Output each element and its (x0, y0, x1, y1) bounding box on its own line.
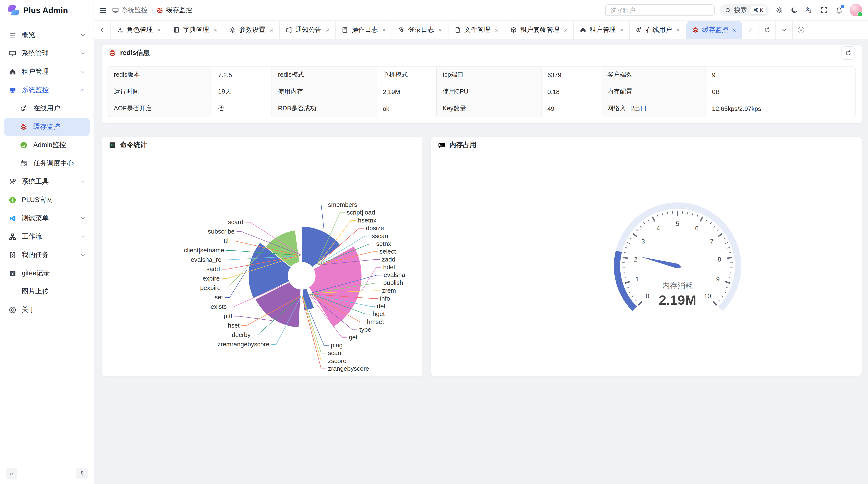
yen-icon-icon: ¥ (9, 269, 17, 277)
sidebar-item-label: 租户管理 (22, 67, 80, 76)
close-icon[interactable]: × (733, 26, 736, 33)
sidebar-item-task-scheduling-center[interactable]: 任务调度中心 (4, 154, 90, 172)
sidebar-item-online-users[interactable]: 在线用户 (4, 99, 90, 118)
redis-icon (108, 49, 116, 57)
home-icon-icon (9, 68, 17, 76)
sidebar-item-label: 关于 (22, 305, 86, 314)
gauge-tick (721, 296, 723, 297)
sidebar-item-admin-monitoring[interactable]: Admin监控 (4, 136, 90, 154)
rose-label-select: select (379, 248, 396, 255)
memory-gauge-chart[interactable]: 012345678910内存消耗2.19M (431, 153, 862, 377)
global-search[interactable]: 搜索 ⌘ K (719, 4, 769, 16)
tab-login-log[interactable]: 登录日志 × (392, 21, 448, 39)
tab-label: 操作日志 (352, 26, 378, 34)
sidebar-item-cache-monitoring[interactable]: 缓存监控 (4, 118, 90, 136)
rose-slice-scard[interactable] (301, 257, 302, 262)
tab-maximize-button[interactable] (792, 21, 809, 39)
sidebar-item-my-tasks[interactable]: 我的任务 (4, 246, 90, 264)
tab-role-management[interactable]: 角色管理 × (111, 21, 167, 39)
clipboard-icon-icon (9, 251, 17, 259)
sidebar-item-system-management[interactable]: 系统管理 (4, 44, 90, 63)
close-icon[interactable]: × (676, 26, 680, 33)
close-icon[interactable]: × (326, 26, 330, 33)
sidebar-item-gitee-records[interactable]: ¥ gitee记录 (4, 264, 90, 283)
tab-notice-announcement[interactable]: 通知公告 × (280, 21, 336, 39)
tab-param-settings[interactable]: 参数设置 × (223, 21, 279, 39)
gauge-tick (640, 226, 641, 228)
redis-info-title: redis信息 (120, 49, 838, 57)
monitor-icon (112, 6, 119, 14)
gauge-tick-label: 3 (641, 238, 645, 245)
fullscreen-toggle-button[interactable] (818, 4, 830, 16)
tab-tenant-package-management[interactable]: 租户套餐管理 × (504, 21, 574, 39)
tabs-scroll-left-button[interactable] (94, 21, 111, 39)
sidebar-item-label: 我的任务 (22, 251, 80, 259)
tabs-more-button[interactable] (775, 21, 792, 39)
sidebar-collapse-button[interactable]: « (6, 467, 18, 479)
close-icon[interactable]: × (382, 26, 386, 33)
tab-operation-log[interactable]: 操作日志 × (336, 21, 392, 39)
memory-usage-card: 内存占用 012345678910内存消耗2.19M (431, 136, 862, 377)
sidebar-item-test-menu[interactable]: 测试菜单 (4, 209, 90, 228)
sidebar-item-workflow[interactable]: 工作流 (4, 228, 90, 246)
gauge-tick (667, 212, 668, 214)
gauge-tick (644, 222, 645, 224)
tab-label: 角色管理 (127, 26, 153, 34)
menu-toggle-button[interactable] (99, 6, 107, 14)
rose-label-scard: scard (228, 218, 244, 226)
info-value: 12.65kps/2.97kps (706, 100, 856, 117)
rose-label-sscan: sscan (372, 232, 388, 239)
rose-label-info: info (380, 295, 390, 302)
close-icon[interactable]: × (438, 26, 442, 33)
rose-label-setnx: setnx (376, 240, 391, 247)
close-icon[interactable]: × (495, 26, 498, 33)
command-stats-rose-chart[interactable]: smembersscript|loadhsetnxdbsizesscansetn… (102, 153, 423, 377)
settings-button[interactable] (774, 4, 785, 16)
sidebar-item-system-tools[interactable]: 系统工具 (4, 172, 90, 191)
avatar[interactable] (850, 4, 862, 17)
tab-cache-monitoring[interactable]: 缓存监控 × (686, 21, 742, 39)
ram-icon (438, 141, 445, 149)
close-icon[interactable]: × (620, 26, 624, 33)
sidebar-item-plus-website[interactable]: PLUS官网 (4, 191, 90, 209)
close-icon[interactable]: × (213, 26, 217, 33)
close-icon[interactable]: × (270, 26, 273, 33)
breadcrumb-item[interactable]: 缓存监控 (156, 6, 192, 14)
sidebar-item-tenant-management[interactable]: 租户管理 (4, 63, 90, 81)
timer-icon (636, 27, 643, 33)
tab-dict-management[interactable]: 字典管理 × (167, 21, 223, 39)
notifications-button[interactable] (833, 4, 845, 16)
info-label: 内存配置 (601, 84, 707, 100)
language-toggle-button[interactable]: 文A (803, 4, 815, 16)
theme-toggle-button[interactable] (788, 4, 800, 16)
tab-file-management[interactable]: 文件管理 × (448, 21, 504, 39)
tab-online-users[interactable]: 在线用户 × (630, 21, 686, 39)
gauge-progress (617, 251, 635, 309)
rose-label-pexpire: pexpire (200, 284, 221, 291)
tab-tenant-management[interactable]: 租户管理 × (574, 21, 630, 39)
sidebar-item-image-upload[interactable]: 图片上传 (4, 283, 90, 301)
tab-refresh-button[interactable] (758, 21, 775, 39)
close-icon[interactable]: × (564, 26, 567, 33)
rose-label-zadd: zadd (382, 256, 395, 263)
svg-text:C:\: C:\ (111, 144, 115, 146)
sidebar-item-system-monitoring[interactable]: 系统监控 (4, 81, 90, 99)
sidebar-pin-button[interactable] (76, 467, 88, 479)
rose-label-publish: publish (383, 279, 403, 286)
info-label: 客户端数 (601, 66, 707, 84)
chevron-down-icon (80, 32, 86, 38)
sidebar-item-label: gitee记录 (22, 269, 86, 278)
sidebar-item-overview[interactable]: 概览 (4, 26, 90, 44)
gauge-tick-label: 7 (710, 238, 713, 245)
monitor-filled-icon-icon (9, 86, 17, 94)
tenant-select-input[interactable] (605, 4, 714, 16)
info-label: Key数量 (437, 100, 542, 117)
tab-label: 租户套餐管理 (520, 26, 559, 34)
refresh-button[interactable] (841, 46, 855, 60)
close-icon[interactable]: × (157, 26, 161, 33)
tabs-scroll-right-button[interactable] (742, 21, 758, 39)
breadcrumb-item[interactable]: 系统监控 (112, 6, 148, 14)
app-logo[interactable]: Plus Admin (0, 0, 94, 18)
sidebar-item-about[interactable]: 关于 (4, 301, 90, 319)
table-row: AOF是否开启否RDB是否成功okKey数量49网络入口/出口12.65kps/… (107, 100, 856, 117)
